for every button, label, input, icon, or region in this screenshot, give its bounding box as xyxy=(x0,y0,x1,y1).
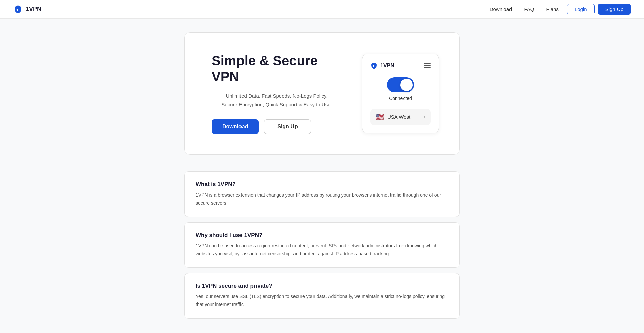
nav-signup-button[interactable]: Sign Up xyxy=(598,4,631,15)
location-left: 🇺🇸 USA West xyxy=(376,113,410,121)
widget-logo-icon: 1 xyxy=(370,62,378,69)
widget-toggle-area: Connected xyxy=(370,77,431,101)
widget-header: 1 1VPN xyxy=(370,62,431,69)
faq-question-1: Why should I use 1VPN? xyxy=(196,232,448,239)
faq-question-0: What is 1VPN? xyxy=(196,181,448,188)
hero-signup-button[interactable]: Sign Up xyxy=(264,119,311,134)
widget-logo: 1 1VPN xyxy=(370,62,394,69)
widget-location[interactable]: 🇺🇸 USA West › xyxy=(370,109,431,125)
widget-status: Connected xyxy=(389,96,412,101)
menu-bar-3 xyxy=(424,67,431,68)
vpn-toggle[interactable] xyxy=(387,77,414,92)
download-button[interactable]: Download xyxy=(212,119,259,134)
hero-left: Simple & Secure VPN Unlimited Data, Fast… xyxy=(212,53,342,134)
menu-bar-2 xyxy=(424,65,431,66)
menu-bar-1 xyxy=(424,63,431,64)
logo-text: 1VPN xyxy=(25,6,41,13)
faq-answer-2: Yes, our servers use SSL (TLS) encryptio… xyxy=(196,293,448,309)
nav-faq-link[interactable]: FAQ xyxy=(524,6,534,12)
hero-card: Simple & Secure VPN Unlimited Data, Fast… xyxy=(184,32,460,155)
faq-answer-1: 1VPN can be used to access region-restri… xyxy=(196,242,448,258)
faq-card-0: What is 1VPN? 1VPN is a browser extensio… xyxy=(184,171,460,217)
svg-text:1: 1 xyxy=(373,64,374,68)
hero-subtitle: Unlimited Data, Fast Speeds, No-Logs Pol… xyxy=(212,92,342,109)
faq-question-2: Is 1VPN secure and private? xyxy=(196,283,448,289)
flag-icon: 🇺🇸 xyxy=(376,113,384,121)
location-name: USA West xyxy=(387,114,410,120)
vpn-widget: 1 1VPN Connected xyxy=(362,54,439,133)
nav-download-link[interactable]: Download xyxy=(490,6,512,12)
faq-section: What is 1VPN? 1VPN is a browser extensio… xyxy=(0,161,644,325)
svg-text:1: 1 xyxy=(16,8,18,12)
nav-plans-link[interactable]: Plans xyxy=(546,6,559,12)
login-button[interactable]: Login xyxy=(567,4,595,14)
faq-card-1: Why should I use 1VPN? 1VPN can be used … xyxy=(184,222,460,268)
logo-icon: 1 xyxy=(13,5,23,14)
widget-menu-button[interactable] xyxy=(424,63,431,68)
hero-buttons: Download Sign Up xyxy=(212,119,342,134)
toggle-track xyxy=(387,77,414,92)
hero-section: Simple & Secure VPN Unlimited Data, Fast… xyxy=(0,19,644,161)
toggle-knob xyxy=(400,79,413,91)
widget-brand-name: 1VPN xyxy=(380,63,394,69)
logo-link[interactable]: 1 1VPN xyxy=(13,5,41,14)
hero-title: Simple & Secure VPN xyxy=(212,53,342,85)
faq-answer-0: 1VPN is a browser extension that changes… xyxy=(196,191,448,207)
chevron-right-icon: › xyxy=(424,114,425,120)
hero-subtitle-line2: Secure Encryption, Quick Support & Easy … xyxy=(221,102,332,107)
hero-subtitle-line1: Unlimited Data, Fast Speeds, No-Logs Pol… xyxy=(226,93,327,99)
nav-links: Download FAQ Plans xyxy=(490,6,559,12)
faq-card-2: Is 1VPN secure and private? Yes, our ser… xyxy=(184,273,460,319)
navbar: 1 1VPN Download FAQ Plans Login Sign Up xyxy=(0,0,644,19)
